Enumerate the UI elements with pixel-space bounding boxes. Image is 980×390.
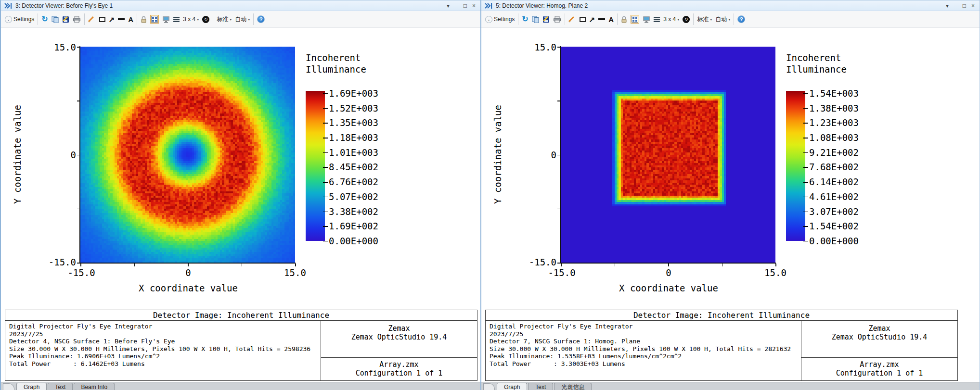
legend-value: 3.38E+002: [329, 207, 378, 216]
standard-dropdown[interactable]: 标准 ▾: [697, 15, 712, 24]
arrow-annotation-button[interactable]: ↗: [109, 16, 115, 23]
help-button[interactable]: ?: [737, 15, 745, 23]
save-button[interactable]: [542, 16, 550, 23]
axis-tick: [557, 101, 560, 101]
help-icon: ?: [257, 15, 265, 23]
settings-button[interactable]: ⌄ Settings: [5, 16, 34, 23]
tab-graph[interactable]: Graph: [16, 383, 47, 390]
lock-button[interactable]: [141, 16, 147, 23]
settings-label: Settings: [13, 16, 34, 23]
y-tick-top: 15.0: [509, 42, 556, 52]
minimize-icon[interactable]: –: [954, 3, 957, 9]
window-menu-icon[interactable]: ▾: [447, 3, 450, 9]
legend-value: 1.69E+002: [329, 221, 378, 231]
toolbar-separator: [253, 13, 254, 25]
detector-viewer-window-icon: [484, 2, 493, 9]
refresh-button[interactable]: ↻: [522, 15, 528, 23]
file-box: Array.zmxConfiguration 1 of 1: [321, 358, 477, 380]
grid-layout-dropdown[interactable]: 3 x 4 ▾: [663, 16, 679, 23]
history-clock-icon: ↻: [683, 16, 690, 23]
split-view-button[interactable]: [631, 15, 639, 24]
axis-tick: [77, 101, 80, 101]
layers-button[interactable]: [654, 17, 660, 22]
copy-icon: [532, 16, 539, 23]
copy-button[interactable]: [52, 16, 59, 23]
close-icon[interactable]: ×: [472, 3, 476, 9]
standard-label: 标准: [697, 15, 709, 24]
detector-viewer-window-1[interactable]: 3: Detector Viewer: Before Fly's Eye 1 ▾…: [0, 0, 480, 390]
text-annotation-button[interactable]: A: [608, 16, 614, 23]
settings-button[interactable]: ⌄ Settings: [485, 16, 515, 23]
copy-button[interactable]: [532, 16, 539, 23]
window-menu-icon[interactable]: ▾: [946, 3, 949, 9]
toolbar-separator: [565, 13, 565, 25]
tab-光斑信息[interactable]: 光斑信息: [554, 383, 592, 390]
axis-tick: [77, 209, 80, 210]
standard-dropdown[interactable]: 标准 ▾: [217, 15, 232, 24]
line-annotation-button[interactable]: [598, 18, 605, 20]
lock-icon: [621, 16, 627, 23]
grid-layout-dropdown[interactable]: 3 x 4 ▾: [183, 16, 199, 23]
layers-button[interactable]: [173, 17, 180, 22]
close-icon[interactable]: ×: [971, 3, 975, 9]
detector-viewer-window-2[interactable]: 5: Detector Viewer: Homog. Plane 2 ▾ – □…: [480, 0, 980, 390]
history-button[interactable]: ↻: [683, 16, 690, 23]
maximize-icon[interactable]: □: [464, 3, 467, 9]
save-icon: [542, 16, 550, 23]
save-button[interactable]: [62, 16, 69, 23]
chevron-down-icon: ▾: [248, 17, 250, 22]
tab-graph[interactable]: Graph: [497, 383, 527, 390]
window-titlebar[interactable]: 5: Detector Viewer: Homog. Plane 2 ▾ – □…: [481, 0, 980, 11]
axis-tick: [557, 47, 560, 48]
line-annotation-button[interactable]: [118, 18, 125, 20]
text-tool-icon: A: [608, 16, 614, 23]
rectangle-icon: [580, 17, 586, 22]
pencil-annotation-button[interactable]: [88, 15, 96, 23]
screen: 3: Detector Viewer: Before Fly's Eye 1 ▾…: [0, 0, 980, 390]
tab-strip-nub[interactable]: [483, 383, 495, 390]
axis-tick: [775, 264, 776, 266]
axis-tick: [615, 264, 616, 266]
maximize-icon[interactable]: □: [963, 3, 966, 9]
toolbar-separator: [693, 13, 694, 25]
tab-text[interactable]: Text: [48, 383, 73, 390]
lock-button[interactable]: [621, 16, 627, 23]
monitor-icon: [162, 16, 170, 23]
auto-label: 自动: [235, 15, 246, 24]
rectangle-annotation-button[interactable]: [580, 17, 586, 22]
monitor-button[interactable]: [162, 16, 170, 23]
toolbar-separator: [84, 13, 85, 25]
settings-chevron-icon: ⌄: [485, 16, 492, 23]
axis-tick: [77, 263, 80, 264]
split-view-icon: [151, 16, 158, 23]
history-button[interactable]: ↻: [202, 16, 209, 23]
print-button[interactable]: [73, 16, 81, 23]
print-button[interactable]: [553, 16, 561, 23]
arrow-annotation-button[interactable]: ↗: [589, 16, 595, 23]
auto-dropdown[interactable]: 自动 ▾: [715, 15, 730, 24]
tab-beam-info[interactable]: Beam Info: [74, 383, 115, 390]
toolbar-separator: [518, 13, 518, 25]
text-annotation-button[interactable]: A: [128, 16, 133, 23]
x-tick-right: 15.0: [764, 267, 787, 278]
help-button[interactable]: ?: [257, 15, 265, 23]
legend-value: 1.23E+003: [809, 118, 859, 127]
split-view-button[interactable]: [150, 15, 159, 24]
auto-dropdown[interactable]: 自动 ▾: [235, 15, 250, 24]
rectangle-annotation-button[interactable]: [99, 17, 105, 22]
y-tick-top: 15.0: [29, 42, 76, 52]
legend-value: 6.14E+002: [809, 177, 859, 187]
tab-strip-nub[interactable]: [3, 383, 14, 390]
print-icon: [553, 16, 561, 23]
minimize-icon[interactable]: –: [455, 3, 458, 9]
pencil-annotation-button[interactable]: [568, 15, 576, 23]
legend-value: 0.00E+000: [809, 236, 859, 246]
tab-strip: GraphTextBeam Info: [1, 382, 480, 390]
tab-text[interactable]: Text: [528, 383, 553, 390]
refresh-button[interactable]: ↻: [41, 15, 48, 23]
monitor-button[interactable]: [643, 16, 650, 23]
window-titlebar[interactable]: 3: Detector Viewer: Before Fly's Eye 1 ▾…: [1, 0, 480, 11]
axis-tick: [77, 155, 80, 156]
legend-title: IncoherentIlluminance: [306, 52, 366, 75]
axis-tick: [295, 264, 296, 266]
